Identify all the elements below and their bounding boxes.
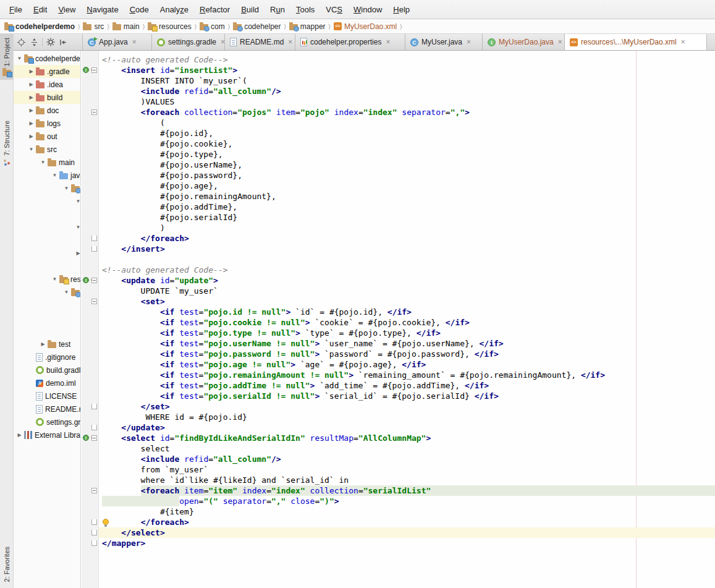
mybatis-statement-icon[interactable] xyxy=(83,277,89,283)
code-line[interactable]: #{item} xyxy=(99,506,715,517)
code-line[interactable]: <include refid="all_column"/> xyxy=(99,86,715,96)
breadcrumb-item-mapper[interactable]: mapper xyxy=(289,22,326,31)
code-line[interactable]: </update> xyxy=(99,422,715,433)
code-line[interactable]: #{pojo.password}, xyxy=(99,170,715,181)
code-line[interactable]: <set> xyxy=(99,296,715,307)
chevron-down-icon[interactable]: ▼ xyxy=(38,160,48,165)
menu-item-edit[interactable]: Edit xyxy=(28,1,53,19)
intention-bulb-icon[interactable] xyxy=(103,519,109,525)
code-line[interactable]: #{pojo.id}, xyxy=(99,128,715,138)
chevron-down-icon[interactable]: ▼ xyxy=(62,185,71,191)
chevron-down-icon[interactable]: ▼ xyxy=(62,289,71,295)
fold-collapse-icon[interactable] xyxy=(91,299,97,304)
editor-area[interactable]: ▾▾▾ <!--auto generated Code--> <insert i… xyxy=(82,51,715,588)
code-line[interactable]: #{pojo.age}, xyxy=(99,181,715,191)
code-line[interactable]: #{pojo.userName}, xyxy=(99,160,715,170)
tree-row--gradle[interactable]: ▶.gradle xyxy=(14,65,80,78)
code-line[interactable]: </mapper> xyxy=(99,538,715,548)
chevron-down-icon[interactable]: ▼ xyxy=(50,276,59,282)
breadcrumb-item-main[interactable]: main xyxy=(112,22,140,31)
code-line[interactable]: <if test="pojo.userName != null"> `user_… xyxy=(99,338,715,349)
code-line[interactable]: <if test="pojo.addTime != null"> `add_ti… xyxy=(99,380,715,391)
tree-row-license[interactable]: LICENSE xyxy=(14,390,80,403)
fold-end-icon[interactable] xyxy=(91,246,97,252)
code-line[interactable]: ) xyxy=(99,223,715,233)
menu-item-view[interactable]: View xyxy=(53,1,81,19)
chevron-right-icon[interactable]: ▶ xyxy=(15,432,24,438)
code-line[interactable]: #{pojo.remainingAmount}, xyxy=(99,191,715,202)
fold-collapse-icon[interactable] xyxy=(91,109,97,115)
tool-window-button-structure[interactable]: 7: Structure xyxy=(0,117,13,169)
code-line[interactable]: <if test="pojo.type != null"> `type` = #… xyxy=(99,328,715,338)
tree-row-demo-iml[interactable]: demo.iml xyxy=(14,377,80,390)
menu-item-build[interactable]: Build xyxy=(235,1,264,19)
fold-collapse-icon[interactable] xyxy=(91,67,97,73)
menu-item-run[interactable]: Run xyxy=(264,1,290,19)
tree-row-doc[interactable]: ▶doc xyxy=(14,104,80,117)
editor-code[interactable]: <!--auto generated Code--> <insert id="i… xyxy=(99,51,715,588)
chevron-down-icon[interactable]: ▼ xyxy=(74,224,80,230)
collapse-all-icon[interactable] xyxy=(29,37,40,48)
tab-close-icon[interactable]: × xyxy=(132,38,137,46)
tab-app.java[interactable]: App.java× xyxy=(83,34,152,50)
tree-row-codehelperdemo[interactable]: ▼codehelperdemo xyxy=(14,52,80,65)
fold-end-icon[interactable] xyxy=(91,236,97,241)
tree-row-logs[interactable]: ▶logs xyxy=(14,117,80,130)
code-line[interactable]: <update id="update"> xyxy=(99,275,715,286)
tab-resources-...-myuserdao.xml[interactable]: resources\...\MyUserDao.xml× xyxy=(565,34,707,50)
code-line[interactable]: #{pojo.addTime}, xyxy=(99,202,715,212)
code-line[interactable]: <if test="pojo.cookie != null"> `cookie`… xyxy=(99,317,715,328)
chevron-right-icon[interactable]: ▶ xyxy=(27,108,36,113)
breadcrumb-item-codehelper[interactable]: codehelper xyxy=(233,22,281,31)
chevron-right-icon[interactable]: ▶ xyxy=(27,134,36,139)
code-line[interactable]: ( xyxy=(99,117,715,128)
code-line[interactable]: <!--auto generated Code--> xyxy=(99,265,715,275)
hide-panel-icon[interactable] xyxy=(58,37,69,48)
fold-collapse-icon[interactable] xyxy=(91,488,97,493)
tab-codehelper.properties[interactable]: codehelper.properties× xyxy=(295,34,405,50)
menu-item-refactor[interactable]: Refactor xyxy=(194,1,235,19)
breadcrumb-item-codehelperdemo[interactable]: codehelperdemo xyxy=(4,22,75,31)
tool-window-button-favorites[interactable]: 2: Favorites xyxy=(0,543,14,586)
chevron-right-icon[interactable]: ▶ xyxy=(74,250,80,256)
chevron-down-icon[interactable]: ▼ xyxy=(15,56,24,61)
code-line[interactable]: </foreach> xyxy=(99,517,715,527)
tree-row-out[interactable]: ▶out xyxy=(14,130,80,143)
code-line[interactable]: where `id`like #{likeId} and `serial_id`… xyxy=(99,475,715,485)
tree-row-build-gradle[interactable]: build.gradle xyxy=(14,364,80,377)
tree-row[interactable]: ▼ xyxy=(14,286,80,299)
chevron-down-icon[interactable]: ▼ xyxy=(74,198,80,204)
tree-row[interactable]: ▼ xyxy=(14,182,80,195)
mybatis-statement-icon[interactable] xyxy=(83,435,89,441)
fold-end-icon[interactable] xyxy=(91,540,97,546)
menu-item-navigate[interactable]: Navigate xyxy=(81,1,124,19)
menu-item-file[interactable]: File xyxy=(4,1,28,19)
code-line[interactable]: <if test="pojo.id != null"> `id` = #{poj… xyxy=(99,307,715,317)
breadcrumb-item-src[interactable]: src xyxy=(83,22,104,31)
code-line[interactable]: </set> xyxy=(99,401,715,412)
code-line[interactable]: <select id="findByIdLikeAndSerialIdIn" r… xyxy=(99,433,715,443)
menu-item-tools[interactable]: Tools xyxy=(290,1,320,19)
tree-row[interactable]: ▼ xyxy=(14,221,80,234)
menu-item-help[interactable]: Help xyxy=(387,1,415,19)
tab-close-icon[interactable]: × xyxy=(288,38,292,46)
tab-myuser.java[interactable]: MyUser.java× xyxy=(405,34,483,50)
menu-item-analyze[interactable]: Analyze xyxy=(154,1,194,19)
tab-close-icon[interactable]: × xyxy=(386,38,390,46)
tree-row-java[interactable]: ▼java xyxy=(14,169,80,182)
chevron-down-icon[interactable]: ▼ xyxy=(27,147,36,152)
tree-row-settings-gradle[interactable]: settings.gradle xyxy=(14,415,80,428)
tab-myuserdao.java[interactable]: MyUserDao.java× xyxy=(483,34,565,50)
menu-item-window[interactable]: Window xyxy=(348,1,387,19)
tree-row-test[interactable]: ▶test xyxy=(14,338,80,351)
code-line[interactable]: #{pojo.serialId} xyxy=(99,212,715,223)
chevron-right-icon[interactable]: ▶ xyxy=(27,69,36,74)
fold-collapse-icon[interactable] xyxy=(91,278,97,283)
tree-row[interactable]: ▶ xyxy=(14,247,80,260)
code-line[interactable]: WHERE id = #{pojo.id} xyxy=(99,412,715,422)
code-line[interactable]: <if test="pojo.serialId != null"> `seria… xyxy=(99,391,715,401)
settings-gear-icon[interactable] xyxy=(45,37,56,48)
code-line[interactable]: select xyxy=(99,443,715,454)
code-line[interactable]: </insert> xyxy=(99,244,715,254)
code-line[interactable]: #{pojo.type}, xyxy=(99,149,715,160)
